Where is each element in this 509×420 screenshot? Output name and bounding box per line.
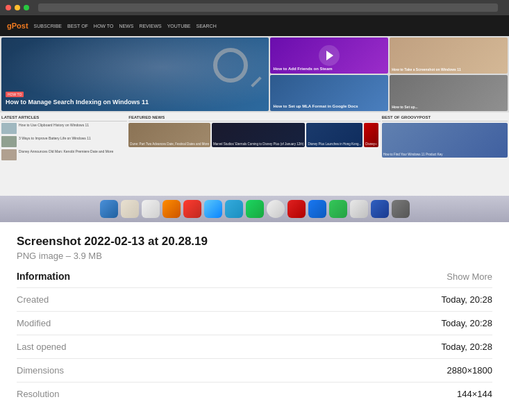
browser-chrome xyxy=(0,0,509,15)
website-content: gPost SUBSCRIBE BEST OF HOW TO NEWS REVI… xyxy=(0,15,509,222)
dock-icon-sketch xyxy=(225,200,243,218)
article-item: Disney Announces Old Man: Kenobi Premier… xyxy=(1,149,127,160)
nav-item: NEWS xyxy=(119,24,133,28)
info-header-row: Information Show More xyxy=(17,271,492,282)
nav-item: YOUTUBE xyxy=(167,24,191,28)
info-row-last-opened: Last opened Today, 20:28 xyxy=(17,335,492,358)
dimensions-value: 2880×1800 xyxy=(447,365,492,376)
info-header-label: Information xyxy=(17,271,70,282)
hero-title: How to Manage Search Indexing on Windows… xyxy=(6,99,149,107)
hero-main-text: HOW TO How to Manage Search Indexing on … xyxy=(6,86,149,107)
last-opened-value: Today, 20:28 xyxy=(442,342,492,352)
dimensions-label: Dimensions xyxy=(17,365,64,376)
best-of-col: BEST OF GROOVYPOST How to Find Your Wind… xyxy=(382,114,508,167)
show-more-link[interactable]: Show More xyxy=(447,271,492,282)
hero-side-text-2: How to Set up MLA Format in Google Docs xyxy=(273,104,358,108)
hero-side: How to Add Friends on Steam How to Set u… xyxy=(270,37,388,111)
dock-icon-finder xyxy=(100,200,118,218)
article-item: How to Use Clipboard History on Windows … xyxy=(1,123,127,134)
resolution-value: 144×144 xyxy=(457,389,492,399)
best-item: How to Find Your Windows 11 Product Key xyxy=(382,123,508,158)
dock-icon-trash xyxy=(392,200,410,218)
dock-icon-app xyxy=(287,200,306,218)
dock-icon-terminal xyxy=(350,200,368,218)
nav-item: SUBSCRIBE xyxy=(34,24,62,28)
hero-tag: HOW TO xyxy=(6,92,24,97)
nav-item: REVIEWS xyxy=(139,24,161,28)
info-row-resolution: Resolution 144×144 xyxy=(17,382,492,405)
article-text: How to Use Clipboard History on Windows … xyxy=(19,123,89,128)
articles-row: LATEST ARTICLES How to Use Clipboard His… xyxy=(0,112,509,168)
article-thumb xyxy=(1,136,17,147)
dock-icon-chrome xyxy=(267,200,285,218)
latest-articles-title: LATEST ARTICLES xyxy=(1,114,127,121)
latest-articles-col: LATEST ARTICLES How to Use Clipboard His… xyxy=(1,114,127,167)
minimize-dot xyxy=(15,5,20,10)
featured-item-1: Dune: Part Two Advances Date, Festival D… xyxy=(128,123,210,147)
created-value: Today, 20:28 xyxy=(442,294,492,305)
article-text: Disney Announces Old Man: Kenobi Premier… xyxy=(19,149,113,154)
maximize-dot xyxy=(24,5,29,10)
hero-right-item-2: How to Set up... xyxy=(390,75,508,111)
article-item: 3 Ways to Improve Battery Life on Window… xyxy=(1,136,127,147)
nav-item: SEARCH xyxy=(197,24,217,28)
info-panel: Screenshot 2022-02-13 at 20.28.19 PNG im… xyxy=(0,222,509,405)
close-dot xyxy=(6,5,11,10)
featured-item-2: Marvel Studios' Eternals Coming to Disne… xyxy=(212,123,305,147)
bottom-toolbar: Rotate Left Markup More... xyxy=(0,415,509,420)
file-subtitle: PNG image – 3.9 MB xyxy=(17,251,492,261)
screenshot-preview: gPost SUBSCRIBE BEST OF HOW TO NEWS REVI… xyxy=(0,0,509,222)
dock-icon-launchpad xyxy=(121,200,139,218)
dock-icon-app2 xyxy=(308,200,326,218)
dock-icon-xcode xyxy=(162,200,181,218)
featured-news-col: FEATURED NEWS Dune: Part Two Advances Da… xyxy=(128,114,381,167)
dock-icon-system xyxy=(142,200,160,218)
modified-value: Today, 20:28 xyxy=(442,318,492,328)
article-thumb xyxy=(1,123,17,134)
featured-item-4: Disney+ xyxy=(364,123,378,147)
featured-news-title: FEATURED NEWS xyxy=(128,114,381,121)
dock xyxy=(0,196,509,222)
nav-item: BEST OF xyxy=(67,24,88,28)
info-section: Information Show More Created Today, 20:… xyxy=(17,271,492,405)
dock-icon-spotify xyxy=(246,200,264,218)
article-text: 3 Ways to Improve Battery Life on Window… xyxy=(19,136,91,141)
nav-item: HOW TO xyxy=(94,24,114,28)
modified-label: Modified xyxy=(17,318,51,328)
article-thumb xyxy=(1,149,17,160)
created-label: Created xyxy=(17,294,49,305)
site-logo: gPost xyxy=(7,22,28,30)
file-title: Screenshot 2022-02-13 at 20.28.19 xyxy=(17,235,492,249)
dock-icon-notes xyxy=(204,200,222,218)
hero-side-item-2: How to Set up MLA Format in Google Docs xyxy=(270,75,388,111)
browser-simulation: gPost SUBSCRIBE BEST OF HOW TO NEWS REVI… xyxy=(0,0,509,222)
hero-right: How to Take a Screenshot on Windows 11 H… xyxy=(390,37,508,111)
hero-side-item-1: How to Add Friends on Steam xyxy=(270,37,388,74)
info-row-modified: Modified Today, 20:28 xyxy=(17,311,492,335)
dock-icon-calendar xyxy=(183,200,201,218)
website-nav: gPost SUBSCRIBE BEST OF HOW TO NEWS REVI… xyxy=(0,15,509,36)
best-of-title: BEST OF GROOVYPOST xyxy=(382,114,508,121)
hero-right-item-1: How to Take a Screenshot on Windows 11 xyxy=(390,37,508,74)
url-bar xyxy=(38,3,498,12)
dock-icon-mail xyxy=(371,200,389,218)
featured-item-3: Disney Plus Launches in Hong Kong... xyxy=(306,123,362,147)
info-row-dimensions: Dimensions 2880×1800 xyxy=(17,358,492,382)
resolution-label: Resolution xyxy=(17,389,59,399)
last-opened-label: Last opened xyxy=(17,342,67,352)
hero-main: HOW TO How to Manage Search Indexing on … xyxy=(1,37,269,111)
dock-icon-facetime xyxy=(329,200,347,218)
hero-area: HOW TO How to Manage Search Indexing on … xyxy=(0,36,509,112)
info-row-created: Created Today, 20:28 xyxy=(17,287,492,311)
